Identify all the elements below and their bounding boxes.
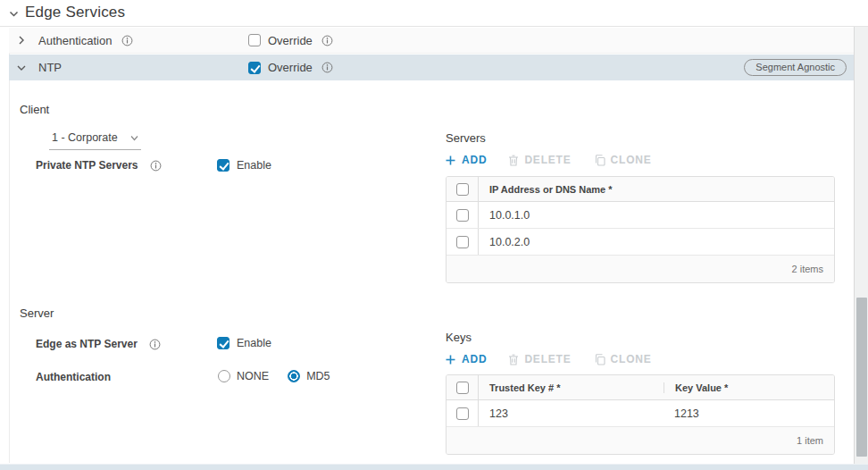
table-row: 10.0.1.0 — [447, 202, 834, 229]
chevron-right-icon[interactable] — [16, 35, 27, 46]
authentication-radio-group: NONE MD5 — [218, 370, 330, 382]
ip-cell[interactable]: 10.0.2.0 — [479, 229, 834, 255]
panel-left-border — [9, 28, 10, 463]
accordion-row-authentication[interactable]: Authentication Override — [9, 28, 854, 54]
servers-table-header: IP Address or DNS Name * — [447, 177, 834, 202]
info-icon[interactable] — [321, 62, 333, 73]
keys-toolbar: ADD DELETE CLONE — [445, 353, 652, 365]
add-button[interactable]: ADD — [445, 154, 487, 166]
select-all-checkbox[interactable] — [456, 382, 469, 394]
clone-icon — [595, 155, 605, 166]
info-icon[interactable] — [149, 339, 161, 350]
column-header-key-value: Key Value * — [664, 382, 834, 393]
segment-dropdown[interactable]: 1 - Corporate — [49, 130, 141, 150]
row-check-cell — [447, 229, 479, 255]
info-icon[interactable] — [321, 35, 333, 46]
column-header-ip: IP Address or DNS Name * — [479, 184, 834, 195]
trash-icon — [508, 155, 519, 166]
edge-as-ntp-server-row: Edge as NTP Server — [36, 338, 161, 350]
override-checkbox[interactable] — [248, 34, 261, 46]
table-row: 10.0.2.0 — [447, 229, 834, 256]
enable-label: Enable — [237, 159, 271, 172]
clone-button[interactable]: CLONE — [595, 154, 652, 166]
edge-services-page: Edge Services Authentication Override NT… — [0, 0, 868, 470]
trash-icon — [508, 354, 519, 365]
private-ntp-servers-label: Private NTP Servers — [36, 159, 138, 172]
authentication-accordion-label: Authentication — [38, 34, 112, 47]
select-all-cell — [447, 375, 479, 399]
add-button-label: ADD — [462, 154, 487, 166]
private-ntp-enable-group: Enable — [217, 159, 271, 172]
ntp-accordion-label: NTP — [38, 61, 62, 74]
table-row: 123 1213 — [447, 400, 834, 427]
private-ntp-servers-row: Private NTP Servers — [36, 159, 162, 172]
enable-checkbox[interactable] — [217, 159, 230, 172]
add-button[interactable]: ADD — [445, 353, 487, 365]
plus-icon — [445, 354, 456, 365]
page-title: Edge Services — [25, 4, 125, 21]
chevron-down-icon[interactable] — [16, 63, 27, 73]
select-all-checkbox[interactable] — [456, 183, 469, 196]
servers-toolbar: ADD DELETE CLONE — [445, 154, 652, 166]
chevron-down-icon — [129, 131, 139, 143]
bottom-bar — [0, 464, 868, 470]
segment-dropdown-value: 1 - Corporate — [52, 131, 118, 144]
row-checkbox[interactable] — [456, 209, 469, 222]
radio-md5[interactable] — [288, 370, 300, 382]
override-group-ntp: Override — [248, 61, 333, 74]
servers-table: IP Address or DNS Name * 10.0.1.0 10.0.2… — [446, 176, 835, 283]
client-section-title: Client — [20, 103, 49, 116]
clone-button[interactable]: CLONE — [595, 353, 652, 365]
plus-icon — [445, 155, 456, 166]
override-label: Override — [268, 61, 313, 74]
enable-label: Enable — [237, 337, 271, 349]
section-header: Edge Services — [0, 0, 868, 27]
radio-none[interactable] — [218, 370, 230, 382]
servers-title: Servers — [446, 131, 486, 145]
scrollbar-thumb[interactable] — [856, 298, 867, 457]
vertical-scrollbar[interactable] — [854, 27, 868, 464]
trusted-key-cell[interactable]: 123 — [479, 400, 664, 426]
segment-agnostic-badge: Segment Agnostic — [744, 59, 847, 76]
keys-table: Trusted Key # * Key Value * 123 1213 1 i… — [446, 374, 835, 455]
radio-none-label: NONE — [237, 370, 269, 382]
row-check-cell — [447, 400, 479, 426]
delete-button[interactable]: DELETE — [508, 154, 571, 166]
server-section-title: Server — [20, 306, 54, 320]
clone-button-label: CLONE — [611, 154, 652, 166]
delete-button-label: DELETE — [524, 154, 571, 166]
ip-cell[interactable]: 10.0.1.0 — [479, 202, 834, 228]
info-icon[interactable] — [150, 160, 162, 172]
chevron-down-icon[interactable] — [8, 8, 20, 20]
radio-md5-label: MD5 — [306, 370, 330, 382]
authentication-row: Authentication — [36, 371, 111, 383]
accordion-row-ntp[interactable]: NTP Override Segment Agnostic — [9, 55, 854, 80]
column-header-trusted-key: Trusted Key # * — [479, 382, 664, 393]
add-button-label: ADD — [462, 353, 487, 365]
clone-icon — [595, 354, 605, 365]
row-checkbox[interactable] — [456, 407, 469, 420]
authentication-label: Authentication — [36, 371, 111, 383]
override-group-authentication: Override — [248, 34, 333, 47]
enable-checkbox[interactable] — [217, 337, 230, 349]
key-value-cell[interactable]: 1213 — [664, 400, 834, 426]
delete-button-label: DELETE — [524, 353, 571, 365]
keys-title: Keys — [446, 331, 472, 344]
delete-button[interactable]: DELETE — [508, 353, 571, 365]
edge-as-ntp-server-label: Edge as NTP Server — [36, 338, 138, 350]
edge-ntp-enable-group: Enable — [217, 337, 271, 349]
row-check-cell — [447, 202, 479, 228]
servers-table-footer: 2 items — [447, 256, 834, 282]
row-checkbox[interactable] — [456, 236, 469, 248]
override-checkbox[interactable] — [248, 62, 261, 74]
keys-table-footer: 1 item — [447, 427, 834, 454]
clone-button-label: CLONE — [611, 353, 652, 365]
override-label: Override — [268, 34, 313, 47]
info-icon[interactable] — [121, 35, 133, 46]
keys-table-header: Trusted Key # * Key Value * — [447, 375, 834, 400]
select-all-cell — [447, 177, 479, 201]
